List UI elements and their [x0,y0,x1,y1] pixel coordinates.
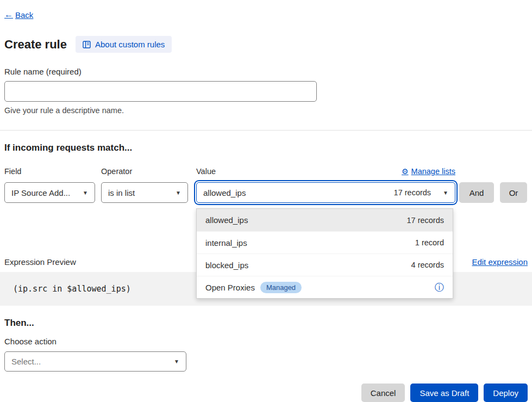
match-labels-row: Field Operator Value ⚙ Manage lists [4,167,455,176]
or-button[interactable]: Or [500,182,527,203]
list-name: blocked_ips [205,261,248,270]
match-heading: If incoming requests match... [4,143,532,153]
operator-select-value: is in list [108,188,135,197]
about-custom-rules-label: About custom rules [95,40,165,49]
manage-lists-label: Manage lists [411,167,455,176]
choose-action-label: Choose action [4,337,532,346]
then-heading: Then... [4,318,532,329]
create-rule-page: ← Back Create rule About custom rules Ru… [0,0,532,402]
back-link[interactable]: ← Back [4,10,33,20]
managed-badge: Managed [260,282,302,293]
gear-icon: ⚙ [402,167,409,176]
chevron-down-icon: ▼ [77,190,88,196]
title-row: Create rule About custom rules [4,36,532,53]
list-name: Open Proxies [205,283,255,292]
dropdown-item-blocked-ips[interactable]: blocked_ips 4 records [197,253,453,276]
operator-label: Operator [101,167,196,176]
value-select[interactable]: allowed_ips 17 records ▼ [196,182,455,203]
list-record-count: 1 record [415,238,444,247]
chevron-down-icon: ▼ [168,358,179,364]
field-select[interactable]: IP Source Add... ▼ [4,182,95,203]
rule-name-label: Rule name (required) [4,67,532,76]
chevron-down-icon: ▼ [170,190,181,196]
info-icon[interactable]: ⓘ [435,281,444,294]
edit-expression-link[interactable]: Edit expression [472,257,528,267]
rule-name-help: Give your rule a descriptive name. [4,106,532,115]
value-label: Value [196,167,402,176]
book-icon [83,41,91,48]
manage-lists-link[interactable]: ⚙ Manage lists [402,167,455,176]
list-name: allowed_ips [205,215,248,225]
expression-code: (ip.src in $allowed_ips) [13,284,131,294]
dropdown-item-allowed-ips[interactable]: allowed_ips 17 records [197,209,453,231]
back-arrow-icon: ← [4,10,13,20]
cancel-button[interactable]: Cancel [361,384,405,402]
list-record-count: 4 records [411,261,444,269]
chevron-down-icon: ▼ [437,190,448,196]
value-select-value: allowed_ips [203,188,246,197]
save-as-draft-button[interactable]: Save as Draft [410,384,478,402]
dropdown-item-open-proxies[interactable]: Open Proxies Managed ⓘ [197,276,453,298]
operator-select[interactable]: is in list ▼ [101,182,188,203]
list-record-count: 17 records [406,216,444,225]
deploy-button[interactable]: Deploy [484,384,528,402]
and-button[interactable]: And [459,182,494,203]
action-select-placeholder: Select... [11,357,41,366]
list-name: internal_ips [205,238,247,248]
back-label: Back [15,10,33,20]
section-divider [0,130,532,131]
match-selects-row: IP Source Add... ▼ is in list ▼ allowed_… [4,182,532,203]
value-select-record-count: 17 records [394,188,431,197]
page-title: Create rule [4,38,67,52]
field-label: Field [4,167,101,176]
about-custom-rules-link[interactable]: About custom rules [76,36,172,53]
value-dropdown-menu: allowed_ips 17 records internal_ips 1 re… [196,208,453,299]
rule-name-input[interactable] [4,81,317,102]
dropdown-item-internal-ips[interactable]: internal_ips 1 record [197,231,453,253]
action-select[interactable]: Select... ▼ [4,351,186,372]
field-select-value: IP Source Add... [11,188,70,197]
expression-preview-label: Expression Preview [4,257,76,267]
footer-actions: Cancel Save as Draft Deploy [0,384,528,402]
